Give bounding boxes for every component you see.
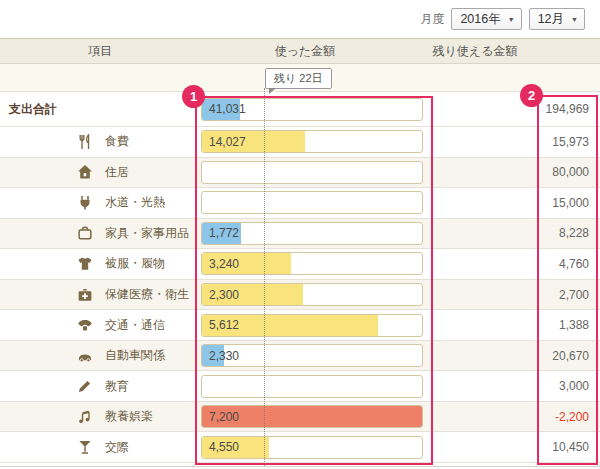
category-label: 保健医療・衛生: [105, 286, 189, 303]
budget-progress-bar: 4,550: [201, 436, 423, 459]
column-header-used-amount: 使った金額: [200, 43, 430, 60]
caret-down-icon: ▼: [508, 16, 515, 23]
used-amount-value: 41,031: [209, 102, 246, 116]
category-row: 交通・通信5,6121,388: [0, 310, 600, 341]
category-label: 水道・光熱: [105, 194, 165, 211]
remaining-amount-value: 8,228: [430, 226, 600, 240]
remaining-amount-value: 3,000: [430, 379, 600, 393]
caret-down-icon: ▼: [571, 16, 578, 23]
budget-progress-bar: [201, 191, 423, 214]
category-row: 保健医療・衛生2,3002,700: [0, 280, 600, 311]
tshirt-icon: [77, 256, 93, 272]
category-cell: 交通・通信: [0, 317, 200, 334]
used-amount-cell: 41,031: [200, 98, 430, 121]
remaining-amount-value: 4,760: [430, 257, 600, 271]
used-amount-cell: 5,612: [200, 314, 430, 337]
category-cell: 水道・光熱: [0, 194, 200, 211]
category-row: 教養娯楽7,200-2,200: [0, 402, 600, 433]
remaining-amount-value: 2,700: [430, 288, 600, 302]
phone-icon: [77, 317, 93, 333]
category-row: 教育3,000: [0, 371, 600, 402]
category-cell: 支出合計: [0, 101, 200, 118]
budget-progress-bar: [201, 375, 423, 398]
remaining-amount-value: 194,969: [430, 102, 600, 116]
cocktail-icon: [77, 439, 93, 455]
category-row: 自動車関係2,33020,670: [0, 341, 600, 372]
budget-progress-bar: 14,027: [201, 130, 423, 153]
fork-knife-icon: [77, 134, 93, 150]
category-label: 交際: [105, 439, 129, 456]
budget-progress-bar: 7,200: [201, 405, 423, 428]
category-label: 教養娯楽: [105, 408, 153, 425]
remaining-amount-value: 15,000: [430, 196, 600, 210]
remaining-amount-value: 80,000: [430, 165, 600, 179]
annotation-badge-2: 2: [520, 84, 543, 107]
budget-progress-bar: [201, 161, 423, 184]
used-amount-cell: 1,772: [200, 222, 430, 245]
category-cell: 食費: [0, 133, 200, 150]
category-label: 教育: [105, 378, 129, 395]
category-label: 自動車関係: [105, 347, 165, 364]
category-label: 被服・履物: [105, 255, 165, 272]
table-bottom-border: [0, 466, 600, 467]
budget-progress-bar: 5,612: [201, 314, 423, 337]
used-amount-value: 7,200: [209, 410, 239, 424]
used-amount-value: 2,330: [209, 349, 239, 363]
used-amount-cell: 7,200: [200, 405, 430, 428]
category-label: 住居: [105, 164, 129, 181]
budget-table: 項目 使った金額 残り使える金額 残り 22日 支出合計41,031194,96…: [0, 38, 600, 463]
category-label: 家具・家事用品: [105, 225, 189, 242]
category-cell: 家具・家事用品: [0, 225, 200, 242]
car-icon: [77, 348, 93, 364]
year-select-value: 2016年: [460, 11, 500, 28]
table-header-row: 項目 使った金額 残り使える金額: [0, 38, 600, 64]
category-cell: 被服・履物: [0, 255, 200, 272]
basket-icon: [77, 225, 93, 241]
category-label: 食費: [105, 133, 129, 150]
period-selector: 月度 2016年 ▼ 12月 ▼: [420, 8, 585, 30]
used-amount-cell: [200, 191, 430, 214]
budget-progress-bar: 41,031: [201, 98, 423, 121]
used-amount-cell: 4,550: [200, 436, 430, 459]
category-row: 水道・光熱15,000: [0, 188, 600, 219]
used-amount-value: 4,550: [209, 440, 239, 454]
category-row: 食費14,02715,973: [0, 127, 600, 158]
used-amount-cell: 3,240: [200, 252, 430, 275]
days-remaining-tooltip: 残り 22日: [265, 68, 332, 89]
used-amount-cell: [200, 161, 430, 184]
category-row: 住居80,000: [0, 158, 600, 189]
plug-icon: [77, 195, 93, 211]
music-note-icon: [77, 409, 93, 425]
category-cell: 教養娯楽: [0, 408, 200, 425]
remaining-amount-value: 10,450: [430, 440, 600, 454]
category-row: 交際4,55010,450: [0, 432, 600, 463]
pencil-icon: [77, 378, 93, 394]
period-label: 月度: [420, 11, 444, 28]
category-row: 家具・家事用品1,7728,228: [0, 219, 600, 250]
budget-page: 月度 2016年 ▼ 12月 ▼ 項目 使った金額 残り使える金額 残り 22日…: [0, 0, 600, 469]
year-select[interactable]: 2016年 ▼: [451, 8, 521, 30]
house-icon: [77, 164, 93, 180]
used-amount-value: 5,612: [209, 318, 239, 332]
remaining-amount-value: 1,388: [430, 318, 600, 332]
remaining-amount-value: 15,973: [430, 135, 600, 149]
used-amount-value: 1,772: [209, 226, 239, 240]
category-cell: 教育: [0, 378, 200, 395]
category-cell: 自動車関係: [0, 347, 200, 364]
column-header-item: 項目: [0, 43, 200, 60]
used-amount-value: 2,300: [209, 288, 239, 302]
budget-progress-bar: 2,330: [201, 344, 423, 367]
total-row: 支出合計41,031194,969: [0, 92, 600, 127]
month-select[interactable]: 12月 ▼: [529, 8, 585, 30]
category-cell: 保健医療・衛生: [0, 286, 200, 303]
used-amount-value: 14,027: [209, 135, 246, 149]
category-cell: 住居: [0, 164, 200, 181]
annotation-badge-1: 1: [182, 85, 205, 108]
used-amount-cell: [200, 375, 430, 398]
category-label: 支出合計: [9, 101, 57, 118]
first-aid-icon: [77, 287, 93, 303]
category-label: 交通・通信: [105, 317, 165, 334]
used-amount-cell: 2,330: [200, 344, 430, 367]
pace-band: 残り 22日: [0, 64, 600, 92]
budget-progress-bar: 1,772: [201, 222, 423, 245]
